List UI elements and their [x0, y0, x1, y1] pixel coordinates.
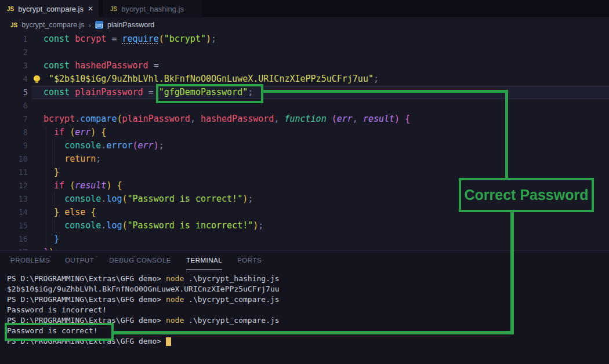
line-number: 7	[0, 112, 28, 126]
line-number: 14	[0, 206, 28, 219]
close-icon[interactable]: ✕	[88, 5, 93, 13]
line-number: 17	[0, 246, 28, 250]
terminal-line: Password is incorrect!	[7, 305, 609, 315]
breadcrumb-symbol[interactable]: plainPassword	[107, 21, 154, 29]
editor-tab-bar: JS bycrypt_compare.js ✕ JS bycrypt_hashi…	[0, 0, 609, 17]
js-file-icon: JS	[10, 22, 17, 28]
tab-bycrypt-hashing[interactable]: JS bycrypt_hashing.js	[103, 0, 202, 17]
connector-line-bottom-horizontal	[113, 331, 514, 334]
panel-tab-output[interactable]: OUTPUT	[65, 251, 94, 270]
symbol-variable-icon: [@]	[95, 21, 103, 29]
line-number: 1	[0, 32, 28, 46]
tab-bycrypt-compare[interactable]: JS bycrypt_compare.js ✕	[0, 0, 99, 17]
code-line: 7bcrypt.compare(plainPassword, hashedPas…	[0, 112, 609, 126]
panel-tab-ports[interactable]: PORTS	[237, 251, 262, 270]
line-number: 8	[0, 126, 28, 139]
line-number: 13	[0, 192, 28, 206]
breadcrumb-file[interactable]: bycrypt_compare.js	[21, 21, 84, 29]
correct-password-label-text: Correct Password	[465, 187, 589, 203]
panel-tab-bar: PROBLEMSOUTPUTDEBUG CONSOLETERMINALPORTS	[0, 251, 609, 270]
code-line: 10 return;	[0, 152, 609, 166]
connector-line-top-horizontal	[262, 90, 508, 93]
code-line: 2	[0, 46, 609, 59]
terminal-cursor	[166, 337, 171, 346]
code-line: 9 console.error(err);	[0, 139, 609, 152]
panel-tab-problems[interactable]: PROBLEMS	[10, 251, 50, 270]
highlight-box-plain-password	[156, 84, 263, 103]
tab-label: bycrypt_hashing.js	[121, 5, 184, 13]
code-line: 1const bcrypt = require("bcrypt");	[0, 32, 609, 46]
js-file-icon: JS	[7, 6, 14, 12]
code-area[interactable]: 1const bcrypt = require("bcrypt");23cons…	[0, 32, 609, 250]
panel-tab-debug-console[interactable]: DEBUG CONSOLE	[109, 251, 171, 270]
line-number: 9	[0, 139, 28, 152]
line-number: 6	[0, 99, 28, 112]
code-line: 8 if (err) {	[0, 126, 609, 139]
connector-line-bottom-vertical	[510, 212, 514, 334]
terminal-line: $2b$10$iGg/9uZhbLVhl.BkFnfNoO0OGnLuweX.U…	[7, 284, 609, 294]
chevron-right-icon: ›	[89, 21, 91, 30]
highlight-box-terminal-output	[5, 323, 114, 341]
line-number: 4	[0, 72, 28, 86]
line-number: 12	[0, 179, 28, 192]
terminal-line: PS D:\PROGRAMMING\Extras\GFG demo> node …	[7, 274, 609, 284]
line-number: 2	[0, 46, 28, 59]
line-number: 10	[0, 152, 28, 166]
code-line: 4 "$2b$10$iGg/9uZhbLVhl.BkFnfNoO0OGnLuwe…	[0, 72, 609, 86]
breadcrumb: JS bycrypt_compare.js › [@] plainPasswor…	[0, 17, 609, 32]
vscode-window: JS bycrypt_compare.js ✕ JS bycrypt_hashi…	[0, 0, 609, 364]
code-line: 3const hashedPassword =	[0, 59, 609, 72]
js-file-icon: JS	[110, 6, 117, 12]
line-number: 16	[0, 232, 28, 246]
terminal-line: PS D:\PROGRAMMING\Extras\GFG demo> node …	[7, 294, 609, 305]
lightbulb-icon[interactable]	[34, 75, 40, 81]
code-line: 11 }	[0, 166, 609, 179]
code-line: 15 console.log("Password is incorrect!")…	[0, 219, 609, 232]
code-line: 6	[0, 99, 609, 112]
panel-tab-terminal[interactable]: TERMINAL	[186, 251, 222, 270]
line-number: 3	[0, 59, 28, 72]
line-number: 11	[0, 166, 28, 179]
line-number: 15	[0, 219, 28, 232]
correct-password-label: Correct Password	[459, 178, 594, 212]
tab-label: bycrypt_compare.js	[18, 5, 84, 13]
code-line: 16 }	[0, 232, 609, 246]
line-number: 5	[0, 86, 28, 99]
code-line: 17});	[0, 246, 609, 250]
bottom-panel: PROBLEMSOUTPUTDEBUG CONSOLETERMINALPORTS…	[0, 250, 609, 364]
connector-line-top-vertical	[505, 90, 508, 179]
